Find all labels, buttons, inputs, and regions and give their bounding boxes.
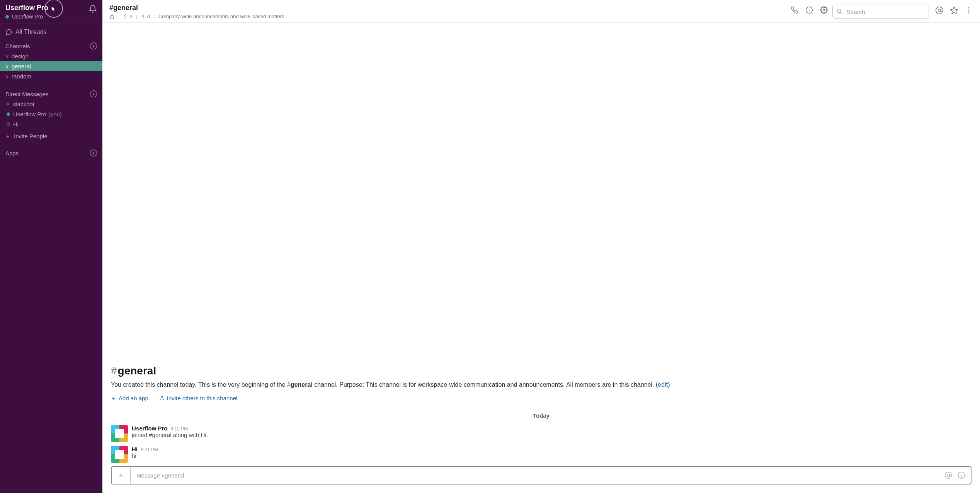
message-input[interactable] [131,467,939,484]
mentions-icon[interactable] [935,6,944,15]
search-icon [836,8,842,14]
message-composer: + [111,466,971,484]
channel-meta: | 2 | 0 | Company-wide announcements and… [109,14,284,19]
intro-text: ) [668,381,670,388]
presence-indicator-active [5,112,11,116]
intro-title-text: general [118,365,157,377]
svg-line-7 [840,12,842,14]
person-icon [159,396,165,401]
apps-heading-label[interactable]: Apps [5,150,19,156]
main-panel: #general | 2 | 0 | Company-wide announce… [102,0,980,493]
invite-others-link[interactable]: Invite others to this channel [159,395,238,401]
workspace-name: Userflow Pro [5,4,48,12]
dm-slackbot[interactable]: ♥slackbot [0,99,102,109]
add-channel-button[interactable]: + [90,42,97,49]
svg-point-1 [125,15,126,16]
hash-icon: # [111,365,117,377]
channels-heading: Channels + [0,40,102,51]
gear-icon[interactable] [820,6,828,14]
channel-ref: general [291,381,313,388]
current-user-name: Userflow Pro [12,14,43,20]
info-icon[interactable] [805,6,813,14]
add-dm-button[interactable]: + [90,90,97,97]
all-threads-label: All Threads [15,29,47,36]
intro-text: You created this channel today. This is … [111,381,287,388]
date-divider-label: Today [527,412,555,419]
header-actions [791,6,828,14]
sidebar: Userflow Pro Userflow Pro All Threads Ch… [0,0,102,493]
hash-icon: # [5,53,12,60]
svg-point-15 [161,396,163,398]
workspace-switcher[interactable]: Userflow Pro [5,4,88,12]
svg-point-8 [938,9,941,12]
add-app-label: Add an app [119,395,148,401]
mention-icon[interactable] [944,471,952,479]
channel-title[interactable]: #general [109,4,284,12]
avatar[interactable] [111,446,128,463]
add-app-link[interactable]: Add an app [111,395,148,401]
hash-icon: # [287,381,291,388]
plus-icon: + [5,133,10,139]
dm-label: Userflow Pro [13,111,46,117]
star-icon[interactable] [109,14,115,19]
dms-heading: Direct Messages + [0,88,102,99]
svg-marker-9 [951,7,958,14]
dm-hi[interactable]: Hi [0,119,102,129]
composer-area: + [102,466,980,493]
apps-heading: Apps + [0,147,102,158]
presence-indicator-active [5,15,9,19]
message-list[interactable]: #general You created this channel today.… [102,23,980,466]
all-threads-link[interactable]: All Threads [0,24,102,40]
intro-actions: Add an app Invite others to this channel [111,389,971,408]
star-icon[interactable] [950,6,958,15]
channels-heading-label[interactable]: Channels [5,43,30,49]
member-count[interactable]: 2 [123,14,132,19]
pin-icon [141,14,146,19]
pin-count[interactable]: 0 [141,14,150,19]
attach-button[interactable]: + [112,467,131,484]
message-sender[interactable]: Hi [132,446,138,452]
avatar[interactable] [111,425,128,442]
channel-intro: #general You created this channel today.… [102,268,980,408]
current-user-row[interactable]: Userflow Pro [5,14,88,20]
message-text: joined #general along with Hi. [132,432,208,438]
hash-icon: # [5,73,12,80]
search-input[interactable] [832,5,929,19]
message-text: hi [132,452,158,459]
channel-general[interactable]: #general [0,61,102,71]
channel-label: general [12,63,31,70]
phone-icon[interactable] [791,6,798,14]
presence-indicator-away [5,122,11,126]
hash-icon: # [5,63,12,70]
message-timestamp[interactable]: 8:12 PM [171,426,188,432]
emoji-icon[interactable] [958,471,965,479]
person-icon [123,14,128,19]
dm-self[interactable]: Userflow Pro(you) [0,109,102,119]
svg-point-5 [823,9,825,11]
channel-label: random [12,73,31,80]
sidebar-header: Userflow Pro Userflow Pro [0,0,102,24]
add-app-button[interactable]: + [90,150,97,156]
message-sender[interactable]: Userflow Pro [132,425,168,432]
pin-count-value: 0 [147,14,150,19]
channel-random[interactable]: #random [0,71,102,81]
svg-point-10 [968,7,970,8]
channel-label: design [12,53,29,60]
svg-marker-0 [110,14,114,19]
dms-heading-label[interactable]: Direct Messages [5,91,49,97]
message-row[interactable]: Userflow Pro8:12 PM joined #general alon… [102,424,980,445]
svg-point-12 [968,12,970,14]
more-vertical-icon[interactable] [965,6,973,15]
you-suffix: (you) [49,111,62,117]
invite-people-link[interactable]: + Invite People [0,129,102,143]
notifications-bell-icon[interactable] [88,5,97,13]
svg-point-11 [968,10,970,11]
dm-label: slackbot [13,101,34,107]
intro-text: channel. Purpose: This channel is for wo… [314,381,658,388]
edit-purpose-link[interactable]: edit [658,381,668,388]
date-divider: Today [102,412,980,419]
channel-design[interactable]: #design [0,51,102,61]
message-row[interactable]: Hi8:21 PM hi [102,445,980,466]
channel-topic[interactable]: Company-wide announcements and work-base… [158,14,284,19]
message-timestamp[interactable]: 8:21 PM [141,447,158,452]
